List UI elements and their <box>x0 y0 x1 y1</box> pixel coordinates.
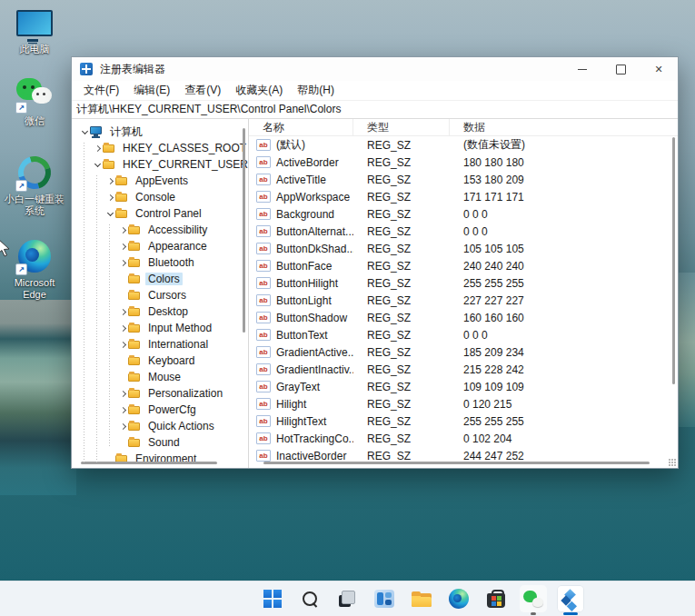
folder-icon <box>128 224 142 235</box>
value-row-buttondkshad[interactable]: ButtonDkShad...REG_SZ105 105 105 <box>249 240 678 257</box>
taskbar-widgets-button[interactable] <box>371 585 398 612</box>
desktop-icon-xiaobai-reinstall[interactable]: ↗小白一键重装系统 <box>5 154 65 217</box>
resize-grip[interactable] <box>669 459 676 466</box>
chevron-right-icon[interactable] <box>104 179 115 184</box>
chevron-down-icon[interactable] <box>92 164 103 166</box>
tree-item-hkey-classes-root[interactable]: HKEY_CLASSES_ROOT <box>72 140 248 156</box>
tree-item-input-method[interactable]: Input Method <box>72 320 248 336</box>
chevron-right-icon[interactable] <box>117 326 128 331</box>
value-row-background[interactable]: BackgroundREG_SZ0 0 0 <box>249 205 678 223</box>
list-vertical-scrollbar[interactable] <box>672 137 675 384</box>
tree-pane: 计算机HKEY_CLASSES_ROOTHKEY_CURRENT_USERApp… <box>72 119 249 468</box>
chevron-right-icon[interactable] <box>117 408 128 412</box>
list-horizontal-scrollbar[interactable] <box>263 462 650 464</box>
tree-item-item[interactable]: 计算机 <box>72 124 248 140</box>
value-name: Background <box>249 208 353 221</box>
chevron-right-icon[interactable] <box>92 146 103 151</box>
value-row-gradientinactiv[interactable]: GradientInactiv...REG_SZ215 228 242 <box>249 361 678 378</box>
value-row-hottrackingco[interactable]: HotTrackingCo...REG_SZ0 102 204 <box>249 430 678 447</box>
registry-editor-icon <box>561 590 580 608</box>
column-header-item-1[interactable]: 类型 <box>353 119 450 135</box>
address-bar[interactable]: 计算机\HKEY_CURRENT_USER\Control Panel\Colo… <box>72 100 678 119</box>
tree-item-colors[interactable]: Colors <box>72 271 248 287</box>
tree-item-accessibility[interactable]: Accessibility <box>72 222 248 238</box>
desktop-icon-wechat[interactable]: ↗微信 <box>5 76 65 127</box>
value-row-buttonhilight[interactable]: ButtonHilightREG_SZ255 255 255 <box>249 274 678 292</box>
chevron-right-icon[interactable] <box>117 424 128 429</box>
tree-item-appearance[interactable]: Appearance <box>72 238 248 254</box>
tree-item-keyboard[interactable]: Keyboard <box>72 353 248 369</box>
close-button[interactable] <box>640 57 678 81</box>
maximize-button[interactable] <box>601 57 640 81</box>
menu-v[interactable]: 查看(V) <box>178 81 227 100</box>
tree-item-quick-actions[interactable]: Quick Actions <box>72 418 248 434</box>
chevron-down-icon[interactable] <box>104 213 115 215</box>
menu-f[interactable]: 文件(F) <box>77 81 125 100</box>
chevron-right-icon[interactable] <box>117 343 128 347</box>
tree-item-powercfg[interactable]: PowerCfg <box>72 402 248 418</box>
column-header-item-0[interactable]: 名称 <box>249 119 353 135</box>
value-row-buttonlight[interactable]: ButtonLightREG_SZ227 227 227 <box>249 292 678 309</box>
tree-item-mouse[interactable]: Mouse <box>72 369 248 385</box>
value-type: REG_SZ <box>353 174 450 186</box>
minimize-button[interactable] <box>563 57 601 81</box>
tree-vertical-scrollbar[interactable] <box>243 128 245 333</box>
menu-e[interactable]: 编辑(E) <box>127 81 176 100</box>
desktop-icon-this-pc[interactable]: 此电脑 <box>5 5 65 55</box>
value-row-activetitle[interactable]: ActiveTitleREG_SZ153 180 209 <box>249 171 678 188</box>
menu-h[interactable]: 帮助(H) <box>291 81 341 100</box>
column-header-item-2[interactable]: 数据 <box>450 119 678 135</box>
desktop-icon-microsoft-edge[interactable]: ↗MicrosoftEdge <box>5 238 65 301</box>
tree-item-personalization[interactable]: Personalization <box>72 385 248 402</box>
value-row-appworkspace[interactable]: AppWorkspaceREG_SZ171 171 171 <box>249 188 678 205</box>
value-row-gradientactive[interactable]: GradientActive...REG_SZ185 209 234 <box>249 343 678 361</box>
value-name: ButtonText <box>249 329 353 342</box>
value-row-item[interactable]: (默认)REG_SZ(数值未设置) <box>249 136 678 154</box>
value-data: 240 240 240 <box>450 260 678 273</box>
taskbar-registry-editor-button[interactable] <box>557 585 584 612</box>
value-row-hilighttext[interactable]: HilightTextREG_SZ255 255 255 <box>249 412 678 430</box>
tree-item-environment[interactable]: Environment <box>72 451 248 467</box>
taskbar-task-view-button[interactable] <box>333 585 361 612</box>
chevron-right-icon[interactable] <box>117 310 128 314</box>
taskbar-wechat-button[interactable] <box>520 585 547 612</box>
taskbar-search-button[interactable] <box>296 585 323 612</box>
value-row-graytext[interactable]: GrayTextREG_SZ109 109 109 <box>249 378 678 395</box>
tree-item-cursors[interactable]: Cursors <box>72 287 248 303</box>
chevron-right-icon[interactable] <box>117 244 128 249</box>
taskbar-file-explorer-button[interactable] <box>408 585 435 612</box>
file-explorer-icon <box>412 591 432 607</box>
value-row-buttontext[interactable]: ButtonTextREG_SZ0 0 0 <box>249 326 678 343</box>
mouse-cursor <box>0 239 11 258</box>
tree-item-sound[interactable]: Sound <box>72 434 248 451</box>
taskbar-start-button[interactable] <box>259 585 286 612</box>
tree-item-label: Personalization <box>145 387 225 400</box>
menu-a[interactable]: 收藏夹(A) <box>229 81 289 100</box>
chevron-right-icon[interactable] <box>117 261 128 265</box>
title-bar[interactable]: 注册表编辑器 <box>72 57 678 81</box>
tree-item-console[interactable]: Console <box>72 189 248 205</box>
tree-item-international[interactable]: International <box>72 336 248 353</box>
tree-item-control-panel[interactable]: Control Panel <box>72 205 248 222</box>
chevron-right-icon[interactable] <box>117 228 128 233</box>
value-row-hilight[interactable]: HilightREG_SZ0 120 215 <box>249 395 678 412</box>
chevron-right-icon[interactable] <box>104 195 115 200</box>
value-row-activeborder[interactable]: ActiveBorderREG_SZ180 180 180 <box>249 154 678 171</box>
reg-sz-string-icon <box>256 415 271 427</box>
desktop-icon-label: 小白一键重装系统 <box>5 194 65 217</box>
value-row-buttonshadow[interactable]: ButtonShadowREG_SZ160 160 160 <box>249 309 678 326</box>
chevron-right-icon[interactable] <box>117 392 128 396</box>
tree-item-appevents[interactable]: AppEvents <box>72 173 248 189</box>
chevron-down-icon[interactable] <box>79 131 90 134</box>
value-name: InactiveBorder <box>249 450 353 462</box>
taskbar-edge-button[interactable] <box>445 585 472 612</box>
tree-item-hkey-current-user[interactable]: HKEY_CURRENT_USER <box>72 156 248 173</box>
wechat-icon <box>523 590 543 608</box>
widgets-icon <box>374 590 394 608</box>
value-row-buttonface[interactable]: ButtonFaceREG_SZ240 240 240 <box>249 257 678 274</box>
taskbar-store-button[interactable] <box>482 585 510 612</box>
tree-item-desktop[interactable]: Desktop <box>72 303 248 320</box>
tree-horizontal-scrollbar[interactable] <box>81 462 217 464</box>
tree-item-bluetooth[interactable]: Bluetooth <box>72 254 248 271</box>
value-row-buttonalternat[interactable]: ButtonAlternat...REG_SZ0 0 0 <box>249 223 678 240</box>
